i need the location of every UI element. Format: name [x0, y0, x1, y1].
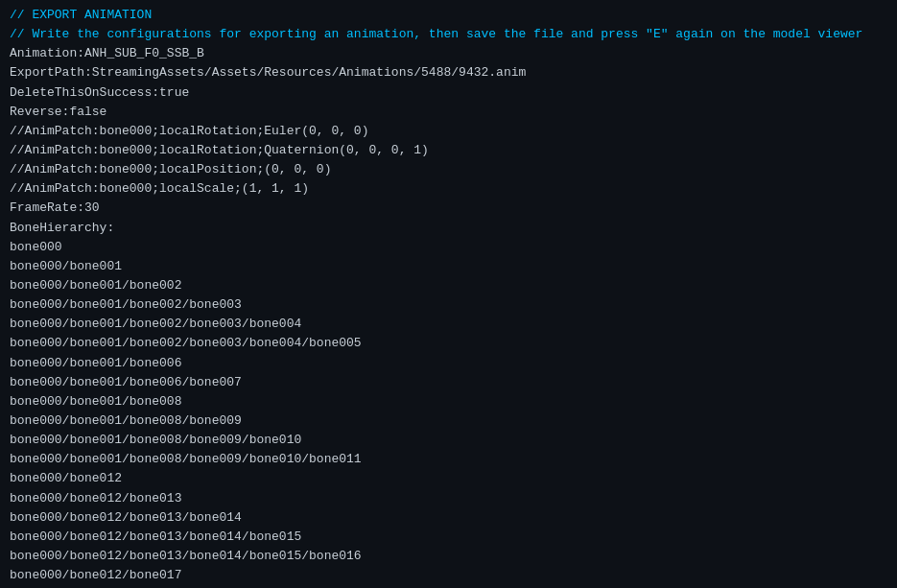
code-line-30: bone000/bone012/bone017: [10, 566, 887, 585]
code-line-25: bone000/bone012: [10, 469, 887, 488]
code-line-8: //AnimPatch:bone000;localRotation;Quater…: [10, 141, 887, 160]
code-line-14: bone000/bone001: [10, 257, 887, 276]
code-line-12: BoneHierarchy:: [10, 219, 887, 238]
code-line-19: bone000/bone001/bone006: [10, 354, 887, 373]
code-line-29: bone000/bone012/bone013/bone014/bone015/…: [10, 547, 887, 566]
code-line-17: bone000/bone001/bone002/bone003/bone004: [10, 315, 887, 334]
code-line-6: Reverse:false: [10, 103, 887, 122]
code-line-7: //AnimPatch:bone000;localRotation;Euler(…: [10, 122, 887, 141]
code-line-5: DeleteThisOnSuccess:true: [10, 83, 887, 103]
code-line-20: bone000/bone001/bone006/bone007: [10, 373, 887, 392]
code-line-4: ExportPath:StreamingAssets/Assets/Resour…: [10, 63, 887, 82]
code-line-0: // EXPORT ANIMATION: [10, 6, 887, 25]
code-line-3: Animation:ANH_SUB_F0_SSB_B: [10, 44, 887, 63]
code-line-24: bone000/bone001/bone008/bone009/bone010/…: [10, 450, 887, 469]
code-line-16: bone000/bone001/bone002/bone003: [10, 295, 887, 315]
code-line-10: //AnimPatch:bone000;localScale;(1, 1, 1): [10, 179, 887, 199]
code-line-27: bone000/bone012/bone013/bone014: [10, 508, 887, 528]
code-line-13: bone000: [10, 238, 887, 257]
code-line-1: // Write the configurations for exportin…: [10, 25, 887, 44]
code-line-23: bone000/bone001/bone008/bone009/bone010: [10, 431, 887, 450]
code-line-22: bone000/bone001/bone008/bone009: [10, 412, 887, 431]
code-line-28: bone000/bone012/bone013/bone014/bone015: [10, 528, 887, 547]
code-line-21: bone000/bone001/bone008: [10, 392, 887, 412]
code-line-18: bone000/bone001/bone002/bone003/bone004/…: [10, 334, 887, 353]
code-line-11: FrameRate:30: [10, 199, 887, 218]
code-editor: // EXPORT ANIMATION// Write the configur…: [0, 0, 897, 588]
code-line-9: //AnimPatch:bone000;localPosition;(0, 0,…: [10, 160, 887, 179]
code-line-26: bone000/bone012/bone013: [10, 489, 887, 508]
code-line-15: bone000/bone001/bone002: [10, 276, 887, 295]
